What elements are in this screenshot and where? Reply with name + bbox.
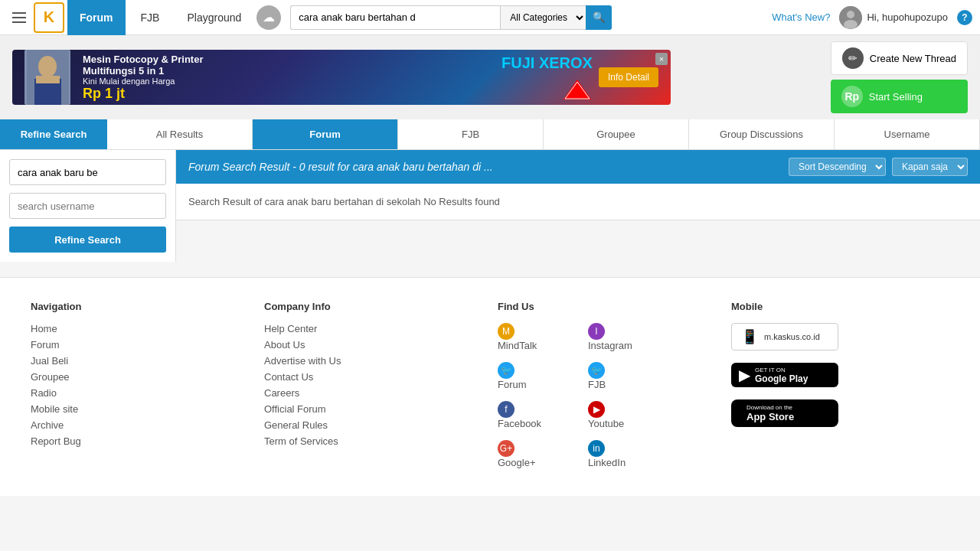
footer-findus: Find Us M MindTalk I Instagram 🐦 Forum	[498, 301, 716, 473]
footer-link-forum[interactable]: Forum	[31, 339, 249, 350]
start-selling-button[interactable]: Rp Start Selling	[831, 80, 968, 113]
no-results-message: Search Result of cara anak baru bertahan…	[176, 184, 980, 220]
footer-link-groupee[interactable]: Groupee	[31, 371, 249, 383]
svg-point-2	[844, 20, 858, 29]
cloud-icon[interactable]: ☁	[256, 5, 281, 30]
footer-link-officialforum[interactable]: Official Forum	[264, 403, 482, 415]
footer-link-home[interactable]: Home	[31, 323, 249, 334]
banner: × Mesin Fotocopy & Printer Multifungsi 5…	[12, 50, 671, 105]
social-mindtalk[interactable]: M MindTalk	[498, 323, 582, 351]
app-store-badges: ▶ GET IT ON Google Play	[731, 363, 949, 387]
instagram-icon: I	[588, 323, 605, 340]
start-selling-label: Start Selling	[869, 91, 923, 103]
greeting-text: Hi, hupohupozupo	[867, 11, 948, 23]
nav-playground[interactable]: Playground	[175, 0, 253, 35]
svg-point-1	[847, 11, 854, 18]
nav-fjb[interactable]: FJB	[129, 0, 172, 35]
banner-area: × Mesin Fotocopy & Printer Multifungsi 5…	[0, 35, 980, 119]
search-button[interactable]: 🔍	[586, 5, 612, 30]
banner-person	[24, 50, 70, 105]
google-play-badge[interactable]: ▶ GET IT ON Google Play	[731, 363, 838, 387]
logo[interactable]: K	[34, 2, 64, 33]
tab-username[interactable]: Username	[835, 119, 980, 149]
footer-nav-heading: Navigation	[31, 301, 249, 312]
banner-right: FUJI XEROX	[501, 54, 593, 101]
avatar	[839, 6, 862, 29]
time-dropdown[interactable]: Kapan saja	[892, 158, 968, 176]
social-youtube[interactable]: ▶ Youtube	[588, 401, 672, 429]
googleplay-text: GET IT ON Google Play	[755, 367, 808, 384]
footer-link-radio[interactable]: Radio	[31, 387, 249, 399]
social-row-1: M MindTalk I Instagram	[498, 323, 716, 356]
search-input[interactable]	[290, 5, 500, 30]
footer-grid: Navigation Home Forum Jual Beli Groupee …	[31, 301, 949, 473]
username-input[interactable]	[9, 193, 166, 219]
category-select[interactable]: All Categories	[500, 5, 586, 30]
footer-company: Company Info Help Center About Us Advert…	[264, 301, 482, 473]
footer-link-careers[interactable]: Careers	[264, 387, 482, 399]
hamburger-menu[interactable]	[8, 6, 31, 29]
result-query: cara anak baru bertahan di ...	[353, 161, 493, 173]
footer: Navigation Home Forum Jual Beli Groupee …	[0, 277, 980, 496]
keyword-input[interactable]	[9, 159, 166, 185]
action-buttons: ✏ Create New Thread Rp Start Selling	[831, 41, 968, 113]
banner-text-2: Multifungsi 5 in 1	[83, 65, 489, 77]
footer-link-generalrules[interactable]: General Rules	[264, 419, 482, 431]
sort-dropdown[interactable]: Sort Descending	[789, 158, 886, 176]
social-facebook[interactable]: f Facebook	[498, 401, 582, 429]
tab-group-discussions[interactable]: Group Discussions	[689, 119, 835, 149]
svg-point-4	[38, 56, 57, 77]
main-area: Refine Search Forum Search Result - 0 re…	[0, 150, 980, 262]
whats-new-link[interactable]: What's New?	[772, 11, 830, 23]
social-linkedin[interactable]: in LinkedIn	[588, 440, 672, 468]
refine-search-button[interactable]: Refine Search	[9, 227, 166, 253]
footer-link-contactus[interactable]: Contact Us	[264, 371, 482, 383]
msite-badge[interactable]: 📱 m.kaskus.co.id	[731, 323, 838, 350]
footer-mobile-heading: Mobile	[731, 301, 949, 312]
banner-info-button[interactable]: Info Detail	[599, 67, 658, 87]
tabs-bar: Refine Search All Results Forum FJB Grou…	[0, 119, 980, 150]
footer-link-helpcenter[interactable]: Help Center	[264, 323, 482, 334]
footer-link-jualbeli[interactable]: Jual Beli	[31, 355, 249, 367]
phone-icon: 📱	[741, 328, 758, 345]
search-bar: All Categories 🔍	[290, 5, 612, 30]
social-fjb[interactable]: 🐦 FJB	[588, 362, 672, 390]
mindtalk-icon: M	[498, 323, 514, 340]
app-store-badge[interactable]: Download on the App Store	[731, 399, 838, 427]
help-button[interactable]: ?	[957, 10, 972, 25]
footer-link-archive[interactable]: Archive	[31, 419, 249, 431]
footer-link-aboutus[interactable]: About Us	[264, 339, 482, 350]
footer-link-termofservices[interactable]: Term of Services	[264, 435, 482, 447]
header-right: What's New? Hi, hupohupozupo ?	[772, 6, 972, 29]
result-controls: Sort Descending Kapan saja	[789, 158, 968, 176]
tab-fjb[interactable]: FJB	[398, 119, 544, 149]
facebook-icon: f	[498, 401, 514, 418]
social-grid: M MindTalk I Instagram 🐦 Forum 🐦	[498, 323, 716, 473]
googleplus-icon: G+	[498, 440, 514, 457]
create-thread-button[interactable]: ✏ Create New Thread	[831, 41, 968, 75]
footer-link-advertise[interactable]: Advertise with Us	[264, 355, 482, 367]
footer-link-reportbug[interactable]: Report Bug	[31, 435, 249, 447]
footer-mobile: Mobile 📱 m.kaskus.co.id ▶ GET IT ON Goog…	[731, 301, 949, 473]
user-menu[interactable]: Hi, hupohupozupo	[839, 6, 948, 29]
footer-link-mobilesite[interactable]: Mobile site	[31, 403, 249, 415]
result-title-text: Forum Search Result	[188, 161, 289, 173]
refine-search-tab-button[interactable]: Refine Search	[0, 119, 107, 149]
result-header: Forum Search Result - 0 result for cara …	[176, 150, 980, 184]
social-forum[interactable]: 🐦 Forum	[498, 362, 582, 390]
mobile-badges: 📱 m.kaskus.co.id ▶ GET IT ON Google Play	[731, 323, 949, 427]
social-googleplus[interactable]: G+ Google+	[498, 440, 582, 468]
content-area: Forum Search Result - 0 result for cara …	[176, 150, 980, 262]
result-title: Forum Search Result - 0 result for cara …	[188, 161, 493, 173]
nav-forum[interactable]: Forum	[67, 0, 126, 35]
social-row-4: G+ Google+ in LinkedIn	[498, 440, 716, 473]
svg-marker-9	[565, 82, 590, 99]
tab-all-results[interactable]: All Results	[107, 119, 253, 149]
social-instagram[interactable]: I Instagram	[588, 323, 672, 351]
banner-price: Rp 1 jt	[83, 86, 489, 102]
banner-close-button[interactable]: ×	[655, 53, 668, 65]
tab-groupee[interactable]: Groupee	[544, 119, 689, 149]
tab-forum[interactable]: Forum	[253, 119, 398, 149]
banner-text-3: Kini Mulai dengan Harga	[83, 77, 489, 86]
youtube-icon: ▶	[588, 401, 605, 418]
